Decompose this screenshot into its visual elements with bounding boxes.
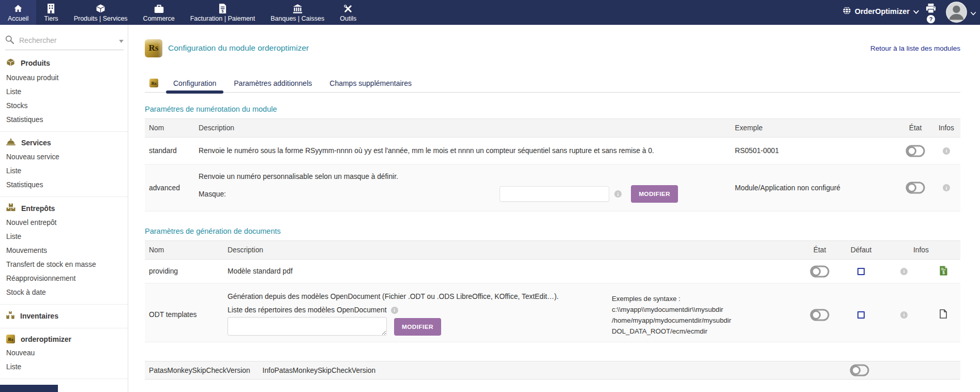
row-description: Renvoie le numéro sous la forme RSyymm-n…: [194, 142, 731, 160]
sidebar-item-liste-orderoptimizer[interactable]: Liste: [0, 360, 128, 374]
odt-info-cell: i: [882, 306, 926, 324]
sidebar-item-stocks[interactable]: Stocks: [0, 99, 128, 113]
column-header-description: Description: [223, 241, 799, 259]
documents-section-title: Paramètres de génération de documents: [145, 227, 960, 235]
odt-edit-row: MODIFIER: [228, 317, 604, 336]
sidebar-item-nouvel-entrepot[interactable]: Nouvel entrepôt: [0, 216, 128, 230]
odt-syntax-examples: Exemples de syntaxe : c:\\myapp\\mydocum…: [608, 288, 799, 342]
tab-champs-supplementaires[interactable]: Champs supplémentaires: [321, 74, 420, 92]
modify-masque-button[interactable]: MODIFIER: [631, 185, 678, 203]
home-icon: [13, 3, 23, 13]
svg-text:$: $: [222, 9, 224, 13]
toggle-off-icon[interactable]: [810, 265, 830, 278]
row-description: Modèle standard pdf: [223, 262, 799, 280]
sidebar-item-liste-services[interactable]: Liste: [0, 164, 128, 178]
tab-parametres-additionnels[interactable]: Paramètres additionnels: [225, 74, 321, 92]
file-outline-icon: [940, 309, 947, 320]
nav-item-accueil[interactable]: Accueil: [0, 0, 36, 25]
sidebar-section-orderoptimizer[interactable]: Rs orderoptimizer: [0, 330, 128, 346]
app-switcher[interactable]: OrderOptimizer: [842, 6, 919, 17]
divider: [0, 197, 128, 197]
nav-item-outils[interactable]: Outils: [332, 0, 364, 25]
numbering-section-title: Paramétres de numérotation du module: [145, 105, 960, 113]
sidebar-item-liste-produits[interactable]: Liste: [0, 85, 128, 99]
nav-item-produits-services[interactable]: Produits | Services: [66, 0, 135, 25]
syntax-example: DOL_DATA_ROOT/ecm/ecmdir: [612, 326, 795, 337]
search-dropdown-caret-icon[interactable]: [119, 37, 124, 44]
back-to-modules-link[interactable]: Retour à la liste des modules: [870, 44, 960, 52]
svg-text:$: $: [942, 270, 945, 275]
sidebar-section-entrepots[interactable]: Entrepôts: [0, 199, 128, 216]
page-head: Rs Configuration du module orderoptimize…: [145, 38, 960, 58]
chevron-down-icon: [913, 7, 919, 16]
tab-configuration[interactable]: Configuration: [164, 74, 225, 92]
briefcase-icon: [154, 3, 164, 13]
help-icon[interactable]: ?: [927, 15, 935, 23]
row-exemple: Module/Application non configuré: [731, 179, 898, 197]
odt-directories-textarea[interactable]: [228, 317, 387, 336]
sidebar-section-produits[interactable]: Produits: [0, 53, 128, 71]
info-icon[interactable]: i: [900, 268, 908, 275]
print-icon[interactable]: [926, 4, 936, 15]
standard-state-cell: [898, 140, 932, 162]
sidebar-item-nouveau-service[interactable]: Nouveau service: [0, 150, 128, 164]
default-checkbox[interactable]: [857, 311, 865, 319]
main-content: Rs Configuration du module orderoptimize…: [129, 38, 980, 380]
modify-odt-button[interactable]: MODIFIER: [394, 318, 441, 336]
sidebar-section-services[interactable]: Services: [0, 133, 128, 150]
advanced-state-cell: [898, 176, 932, 199]
nav-item-facturation[interactable]: $ Facturation | Paiement: [183, 0, 263, 25]
masque-input[interactable]: [500, 186, 609, 202]
search-icon: [5, 35, 14, 46]
standard-info-cell: i: [932, 142, 960, 160]
info-icon[interactable]: i: [943, 184, 950, 191]
toggle-off-icon[interactable]: [810, 309, 830, 321]
info-icon[interactable]: i: [943, 147, 950, 155]
advanced-description: Renvoie un numéro personnalisable selon …: [199, 173, 727, 180]
sidebar: Produits Nouveau produit Liste Stocks St…: [0, 25, 128, 392]
search-input[interactable]: [18, 36, 119, 45]
user-menu-chevron-icon[interactable]: [971, 9, 976, 17]
tabs-bar: Rs Configuration Paramètres additionnels…: [145, 74, 960, 93]
default-checkbox[interactable]: [857, 268, 865, 275]
sidebar-item-liste-entrepots[interactable]: Liste: [0, 230, 128, 244]
info-icon[interactable]: i: [391, 307, 398, 314]
nav-item-tiers[interactable]: Tiers: [36, 0, 66, 25]
option-name: PatasMonkeySkipCheckVersion: [149, 367, 250, 374]
sidebar-item-nouveau-produit[interactable]: Nouveau produit: [0, 71, 128, 85]
invoice-file-green-icon[interactable]: $: [940, 266, 947, 277]
documents-table: Nom Description État Défaut Infos provid…: [145, 240, 960, 342]
module-logo-icon: Rs: [145, 39, 162, 57]
table-row-standard: standard Renvoie le numéro sous la forme…: [145, 138, 960, 164]
table-row-providing: providing Modèle standard pdf i $: [145, 260, 960, 283]
toggle-off-icon[interactable]: [906, 182, 925, 194]
providing-info-cell: i: [882, 263, 926, 280]
row-exemple: RS0501-0001: [731, 142, 898, 160]
row-description: Renvoie un numéro personnalisable selon …: [194, 168, 731, 208]
sidebar-item-statistiques-services[interactable]: Statistiques: [0, 178, 128, 192]
sidebar-item-transfert-stock[interactable]: Transfert de stock en masse: [0, 258, 128, 272]
sidebar-item-nouveau-orderoptimizer[interactable]: Nouveau: [0, 346, 128, 360]
avatar[interactable]: [946, 2, 967, 24]
nav-item-banques[interactable]: Banques | Caisses: [263, 0, 332, 25]
sidebar-section-inventaires[interactable]: Inventaires: [0, 306, 128, 323]
providing-default-cell: [840, 263, 882, 280]
nav-item-commerce[interactable]: Commerce: [135, 0, 183, 25]
sidebar-item-mouvements[interactable]: Mouvements: [0, 244, 128, 258]
divider: [0, 328, 128, 328]
toggle-off-icon[interactable]: [906, 145, 925, 157]
sidebar-item-statistiques-produits[interactable]: Statistiques: [0, 113, 128, 127]
row-name: advanced: [145, 179, 194, 197]
odt-state-cell: [799, 304, 840, 326]
option-info-label: InfoPatasMonkeySkipCheckVersion: [263, 367, 376, 374]
advanced-info-cell: i: [932, 179, 960, 197]
sidebar-item-stock-a-date[interactable]: Stock à date: [0, 285, 128, 299]
table-row-odt-templates: ODT templates Génération depuis des modè…: [145, 283, 960, 342]
toggle-off-icon[interactable]: [850, 364, 869, 376]
column-header-infos: Infos: [882, 241, 960, 259]
info-icon[interactable]: i: [614, 190, 622, 198]
syntax-example: /home/myapp/mydocumentdir/mysubdir: [612, 315, 795, 326]
sidebar-item-reapprovisionnement[interactable]: Réapprovisionnement: [0, 272, 128, 285]
info-icon[interactable]: i: [900, 311, 908, 319]
service-dome-icon: [6, 138, 16, 147]
